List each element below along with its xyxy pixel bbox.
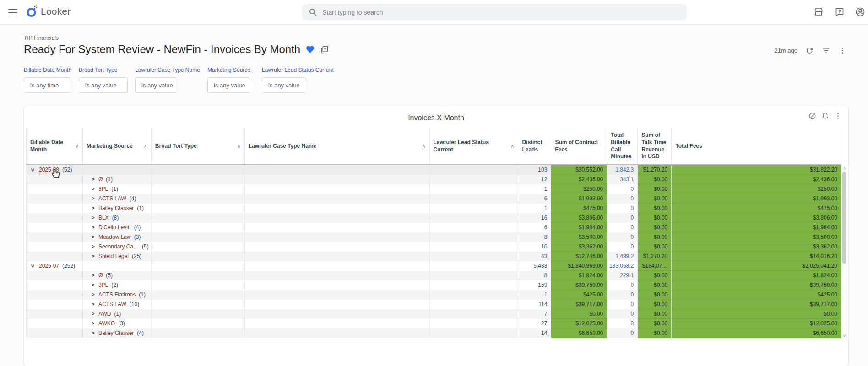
distinct-leads-cell[interactable]: 16 [518, 213, 551, 223]
scrollbar-thumb[interactable] [842, 172, 846, 264]
contract-fees-cell[interactable]: $1,840,969.00 [551, 261, 607, 271]
talk-time-revenue-cell[interactable]: $0.00 [638, 290, 672, 300]
source-value-link[interactable]: Shield Legal [98, 253, 129, 259]
filter-value-button[interactable]: is any value [207, 77, 250, 93]
help-icon[interactable]: ? [834, 6, 845, 17]
contract-fees-cell[interactable]: $6,650.00 [551, 328, 607, 338]
looker-logo[interactable]: Looker [26, 5, 71, 18]
billable-date-month-cell[interactable]: >2025-08(52) [27, 165, 83, 175]
column-header[interactable]: Total Fees [672, 128, 841, 164]
sort-asc-icon[interactable]: ∧ [235, 143, 241, 149]
source-value-link[interactable]: Bailey Glasser [98, 205, 134, 211]
total-fees-cell[interactable]: $1,993.00 [672, 194, 841, 204]
talk-time-revenue-cell[interactable]: $0.00 [638, 319, 672, 328]
talk-time-revenue-cell[interactable]: $0.00 [638, 300, 672, 309]
source-value-link[interactable]: Secondary Ca… [98, 243, 139, 250]
talk-time-revenue-cell[interactable]: $184,07… [638, 261, 672, 271]
month-value-link[interactable]: 2025-07 [39, 263, 59, 269]
marketing-source-cell[interactable]: >Ø(5) [83, 271, 152, 280]
expand-group-icon[interactable]: > [90, 184, 96, 194]
call-minutes-cell[interactable]: 0 [607, 300, 638, 309]
total-fees-cell[interactable]: $0.00 [672, 309, 841, 319]
breadcrumb[interactable]: TIP Financials [24, 35, 59, 41]
talk-time-revenue-cell[interactable]: $0.00 [638, 309, 672, 319]
talk-time-revenue-cell[interactable]: $0.00 [638, 223, 672, 232]
distinct-leads-cell[interactable]: 1 [518, 184, 551, 194]
expand-group-icon[interactable]: > [90, 223, 96, 232]
month-value-link[interactable]: 2025-08 [39, 167, 59, 173]
distinct-leads-cell[interactable]: 5,433 [518, 261, 551, 271]
source-value-link[interactable]: AWD [98, 311, 111, 317]
talk-time-revenue-cell[interactable]: $0.00 [638, 175, 672, 184]
call-minutes-cell[interactable]: 183,058.2 [607, 261, 638, 271]
call-minutes-cell[interactable]: 0 [607, 242, 638, 252]
alerts-bell-icon[interactable] [821, 112, 829, 120]
distinct-leads-cell[interactable]: 14 [518, 328, 551, 338]
collapse-group-icon[interactable]: > [27, 167, 37, 173]
expand-group-icon[interactable]: > [90, 319, 96, 328]
call-minutes-cell[interactable]: 0 [607, 213, 638, 223]
distinct-leads-cell[interactable]: 7 [518, 309, 551, 319]
source-value-link[interactable]: ACTS LAW [98, 195, 126, 202]
account-icon[interactable] [855, 6, 866, 17]
talk-time-revenue-cell[interactable]: $0.00 [638, 184, 672, 194]
tile-more-icon[interactable] [834, 112, 842, 120]
call-minutes-cell[interactable]: 0 [607, 290, 638, 300]
sort-asc-icon[interactable]: ∧ [142, 143, 147, 149]
distinct-leads-cell[interactable]: 8 [518, 271, 551, 280]
talk-time-revenue-cell[interactable]: $1,270.20 [638, 252, 672, 261]
source-value-link[interactable]: Meadow Law [98, 234, 131, 240]
total-fees-cell[interactable]: $6,650.00 [672, 328, 841, 338]
marketing-source-cell[interactable]: >ACTS LAW(4) [83, 194, 152, 204]
source-value-link[interactable]: Ø [98, 176, 103, 183]
total-fees-cell[interactable]: $14,016.20 [672, 252, 841, 261]
source-value-link[interactable]: ACTS LAW [98, 301, 126, 307]
distinct-leads-cell[interactable]: 1 [518, 204, 551, 213]
total-fees-cell[interactable]: $1,984.00 [672, 223, 841, 232]
collapse-group-icon[interactable]: > [27, 264, 37, 269]
marketing-source-cell[interactable]: >AWKO(3) [83, 319, 152, 328]
marketing-source-cell[interactable]: >ACTS Flatirons(1) [83, 290, 152, 300]
distinct-leads-cell[interactable]: 12 [518, 175, 551, 184]
column-header[interactable]: Distinct Leads [518, 128, 551, 164]
talk-time-revenue-cell[interactable]: $1,270.20 [638, 165, 672, 175]
expand-group-icon[interactable]: > [90, 271, 96, 280]
sort-desc-icon[interactable]: ∨ [73, 143, 79, 149]
distinct-leads-cell[interactable]: 1 [518, 290, 551, 300]
scroll-down-icon[interactable]: ∨ [841, 333, 847, 339]
total-fees-cell[interactable]: $3,362.00 [672, 242, 841, 252]
expand-group-icon[interactable]: > [90, 175, 96, 184]
marketing-source-cell[interactable]: >BLX(8) [83, 213, 152, 223]
expand-group-icon[interactable]: > [90, 290, 96, 300]
source-value-link[interactable]: BLX [98, 215, 109, 221]
total-fees-cell[interactable]: $250.00 [672, 184, 841, 194]
no-cross-filter-icon[interactable] [808, 112, 816, 120]
favorite-heart-icon[interactable] [305, 45, 315, 54]
call-minutes-cell[interactable]: 0 [607, 223, 638, 232]
marketing-source-cell[interactable]: >Ø(1) [83, 175, 152, 184]
total-fees-cell[interactable]: $3,806.00 [672, 213, 841, 223]
expand-group-icon[interactable]: > [90, 300, 96, 309]
filter-value-button[interactable]: is any time [24, 77, 70, 93]
marketing-source-cell[interactable]: >DiCello Levitt(4) [83, 223, 152, 232]
source-value-link[interactable]: Bailey Glasser [98, 330, 134, 336]
column-header[interactable]: Marketing Source∧ [83, 128, 152, 164]
source-value-link[interactable]: AWKO [98, 320, 115, 327]
marketing-source-cell[interactable]: >Shield Legal(25) [83, 252, 152, 261]
distinct-leads-cell[interactable]: 8 [518, 232, 551, 242]
call-minutes-cell[interactable]: 1,842.3 [607, 165, 638, 175]
total-fees-cell[interactable]: $39,717.00 [672, 300, 841, 309]
column-header[interactable]: Sum of Talk Time Revenue In USD [638, 128, 672, 164]
call-minutes-cell[interactable]: 0 [607, 309, 638, 319]
source-value-link[interactable]: 3PL [98, 282, 108, 288]
marketing-source-cell[interactable]: >Bailey Glasser(1) [83, 204, 152, 213]
column-header[interactable]: Lawruler Case Type Name∧ [245, 128, 430, 164]
contract-fees-cell[interactable]: $12,025.00 [551, 319, 607, 328]
search-input[interactable] [321, 8, 680, 16]
call-minutes-cell[interactable]: 0 [607, 194, 638, 204]
column-header[interactable]: Sum of Contract Fees [551, 128, 607, 164]
call-minutes-cell[interactable]: 229.1 [607, 271, 638, 280]
contract-fees-cell[interactable]: $39,750.00 [551, 280, 607, 290]
total-fees-cell[interactable]: $3,500.00 [672, 232, 841, 242]
call-minutes-cell[interactable]: 0 [607, 328, 638, 338]
